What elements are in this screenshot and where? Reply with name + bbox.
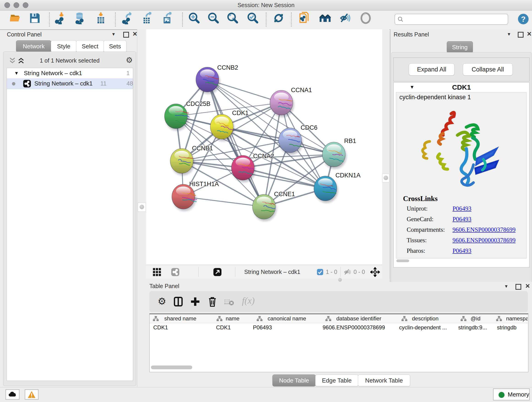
cell-id[interactable]: stringdb:9... <box>455 323 493 332</box>
table-panel-float-icon[interactable] <box>515 284 521 290</box>
import-network-from-database-icon[interactable] <box>73 12 86 24</box>
toolbar-separator <box>198 267 199 277</box>
add-column-icon[interactable] <box>190 297 200 307</box>
network-node-cdkn1a[interactable]: CDKN1A <box>314 172 361 203</box>
zoom-fit-icon[interactable] <box>227 12 239 24</box>
control-panel-collapse-icon[interactable]: ▾ <box>112 32 115 37</box>
import-network-from-file-icon[interactable] <box>54 12 66 24</box>
control-panel-close-icon[interactable]: ✕ <box>133 32 138 36</box>
tab-network-table[interactable]: Network Table <box>358 375 410 386</box>
toggle-details-icon[interactable] <box>360 12 372 24</box>
network-node-cdc6[interactable]: CDC6 <box>279 124 317 155</box>
search-input[interactable] <box>405 15 505 23</box>
network-node-ccnb2[interactable]: CCNB2 <box>196 64 238 94</box>
gene-name: CDK1 <box>394 83 529 91</box>
selected-checkbox-icon[interactable] <box>317 269 323 275</box>
birdseye-view-icon[interactable] <box>213 268 222 276</box>
control-panel-float-icon[interactable] <box>123 32 129 38</box>
column-header-name[interactable]: name <box>212 314 249 323</box>
zoom-selected-icon[interactable] <box>247 12 259 24</box>
network-graph[interactable]: CCNB2CCNA1CDC25BCDK1CDC6RB1CCNB1CCNA2CDK… <box>146 29 382 265</box>
network-row[interactable]: String Network – cdk1 11 48 <box>7 78 133 89</box>
network-collection-row[interactable]: ▼ String Network – cdk1 1 <box>7 68 133 78</box>
left-splitter-handle[interactable] <box>138 203 146 212</box>
table-panel-collapse-icon[interactable]: ▾ <box>505 284 507 289</box>
expand-all-button[interactable]: Expand All <box>409 63 455 76</box>
crosslink-compartments[interactable]: 9606.ENSP00000378699 <box>452 226 515 233</box>
help-icon[interactable]: ? <box>518 13 529 25</box>
save-session-icon[interactable] <box>29 12 41 24</box>
apply-preferred-layout-icon[interactable] <box>272 12 285 24</box>
column-header-description[interactable]: description <box>395 314 455 323</box>
network-node-hist1h1a[interactable]: HIST1H1A <box>172 181 219 211</box>
tab-sets[interactable]: Sets <box>104 40 127 52</box>
network-overview-icon[interactable] <box>298 12 311 24</box>
tab-network[interactable]: Network <box>16 40 51 52</box>
crosslink-uniprot[interactable]: P06493 <box>452 205 472 212</box>
import-table-from-file-icon[interactable] <box>95 12 107 24</box>
left-splitter[interactable] <box>137 29 147 387</box>
export-table-icon[interactable] <box>142 12 154 24</box>
network-node-rb1[interactable]: RB1 <box>322 138 356 169</box>
network-node-ccna1[interactable]: CCNA1 <box>270 87 312 117</box>
node-label-ccna1: CCNA1 <box>291 87 312 94</box>
zoom-in-icon[interactable] <box>188 12 201 24</box>
tab-string[interactable]: String <box>447 41 473 53</box>
table-hscrollbar[interactable] <box>151 366 192 369</box>
column-header-namespace[interactable]: namespace <box>493 314 528 323</box>
string-protein-query-icon[interactable] <box>319 12 331 24</box>
right-splitter[interactable] <box>382 29 389 279</box>
crosslink-genecard[interactable]: P06493 <box>452 216 472 223</box>
results-panel-float-icon[interactable] <box>518 32 524 38</box>
network-options-gear-icon[interactable]: ⚙ <box>126 56 133 65</box>
right-splitter-handle[interactable] <box>382 174 389 182</box>
column-header-id[interactable]: @id <box>455 314 494 323</box>
node-table: shared name name canonical name database… <box>149 313 528 372</box>
tab-node-table[interactable]: Node Table <box>272 375 316 386</box>
show-columns-icon[interactable] <box>173 297 183 307</box>
cell-shared-name[interactable]: CDK1 <box>150 323 212 332</box>
tab-edge-table[interactable]: Edge Table <box>315 375 358 386</box>
function-builder-icon: f(x) <box>242 295 255 306</box>
fit-selected-crosshair-icon[interactable] <box>370 267 380 277</box>
network-edge[interactable] <box>207 80 264 207</box>
collapse-all-button[interactable]: Collapse All <box>463 63 513 76</box>
column-header-shared-name[interactable]: shared name <box>150 314 213 323</box>
horizontal-splitter-handle[interactable] <box>338 278 342 282</box>
crosslink-pharos[interactable]: P06493 <box>452 247 472 254</box>
collection-expand-icon[interactable]: ▼ <box>14 68 19 78</box>
show-hide-graphics-icon[interactable] <box>339 12 352 24</box>
table-options-gear-icon[interactable]: ⚙ <box>158 297 166 306</box>
memory-button[interactable]: Memory <box>493 389 530 400</box>
gene-card-hscrollbar[interactable] <box>396 259 409 262</box>
network-canvas[interactable]: CCNB2CCNA1CDC25BCDK1CDC6RB1CCNB1CCNA2CDK… <box>146 29 382 265</box>
results-panel-collapse-icon[interactable]: ▾ <box>508 32 510 37</box>
column-header-canonical-name[interactable]: canonical name <box>249 314 319 323</box>
view-mode-icon[interactable] <box>171 268 180 276</box>
cell-canonical-name[interactable]: P06493 <box>249 323 319 332</box>
cloud-button[interactable] <box>6 389 19 400</box>
network-node-cdc25b[interactable]: CDC25B <box>165 100 210 131</box>
cell-namespace[interactable]: stringdb <box>493 323 528 332</box>
warning-button[interactable] <box>25 389 38 400</box>
table-panel-close-icon[interactable]: ✕ <box>525 283 530 288</box>
delete-column-icon[interactable] <box>207 296 218 307</box>
network-label: String Network – cdk1 <box>34 78 93 89</box>
cell-name[interactable]: CDK1 <box>212 323 249 332</box>
gene-details: cyclin-dependent kinase 1 <box>396 92 526 259</box>
zoom-out-icon[interactable] <box>207 12 220 24</box>
memory-status-dot <box>499 392 505 398</box>
column-header-database-identifier[interactable]: database identifier <box>319 314 396 323</box>
cell-database-identifier[interactable]: 9606.ENSP00000378699 <box>319 323 395 332</box>
grid-mode-icon[interactable] <box>152 268 161 276</box>
tab-style[interactable]: Style <box>51 40 76 52</box>
open-session-icon[interactable] <box>9 12 22 24</box>
crosslink-tissues[interactable]: 9606.ENSP00000378699 <box>452 237 515 244</box>
tab-select[interactable]: Select <box>76 40 104 52</box>
network-status-dot <box>12 82 15 85</box>
export-image-icon[interactable] <box>162 12 174 24</box>
results-panel-close-icon[interactable]: ✕ <box>527 32 532 36</box>
network-panel-body: 1 of 1 Network selected ⚙ ▼ String Netwo… <box>3 51 136 386</box>
cell-description[interactable]: cyclin-dependent ... <box>395 323 455 332</box>
export-network-icon[interactable] <box>122 12 134 24</box>
